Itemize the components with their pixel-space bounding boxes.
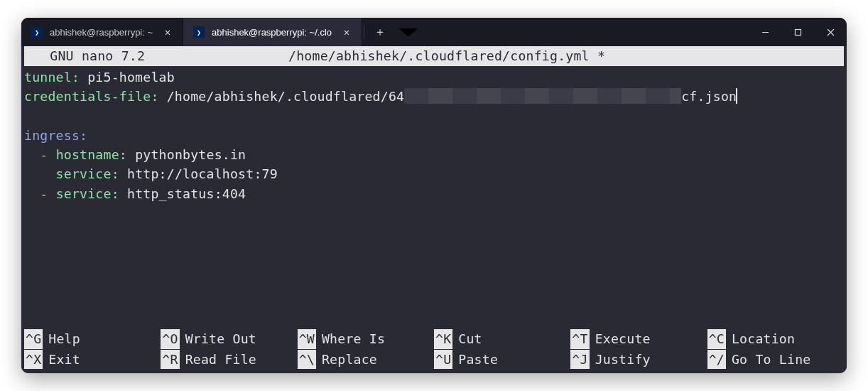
yaml-val-cred-suffix: cf.json [681,89,737,104]
tab-2-close-icon[interactable]: ✕ [339,24,354,40]
minimize-button[interactable] [749,18,781,46]
tab-dropdown-button[interactable] [394,18,423,46]
shortcut-whereis: ^WWhere Is [298,329,434,348]
shortcut-gotoline: ^/Go To Line [707,350,844,369]
yaml-key-credentials: credentials-file [24,89,151,104]
tab-2-label: abhishek@raspberrypi: ~/.clo [212,27,332,38]
nano-shortcut-bar: ^GHelp ^OWrite Out ^WWhere Is ^KCut ^TEx… [24,329,844,369]
redacted-block [404,88,681,104]
window-titlebar: ❯ abhishek@raspberrypi: ~ ✕ ❯ abhishek@r… [21,18,847,46]
maximize-button[interactable] [781,18,814,46]
tab-1-close-icon[interactable]: ✕ [160,24,175,40]
yaml-val-hostname: pythonbytes.in [135,147,246,162]
maximize-icon [794,28,802,36]
chevron-down-icon [394,18,423,46]
close-button[interactable] [814,18,847,46]
titlebar-drag-area[interactable] [423,18,749,46]
close-icon [827,28,835,36]
powershell-icon: ❯ [193,26,205,38]
terminal-viewport[interactable]: GNU nano 7.2 /home/abhishek/.cloudflared… [21,46,847,373]
shortcut-cut: ^KCut [434,329,570,348]
shortcut-writeout: ^OWrite Out [161,329,297,348]
shortcut-help: ^GHelp [24,329,161,348]
yaml-key-hostname: hostname [56,147,119,162]
tab-divider [364,25,364,39]
yaml-key-ingress: ingress [24,128,80,143]
yaml-key-service-1: service [56,166,112,181]
new-tab-button[interactable]: ＋ [366,18,394,46]
shortcut-paste: ^UPaste [434,350,570,369]
minimize-icon [761,28,769,36]
yaml-key-service-2: service [56,186,112,201]
text-cursor [736,88,737,104]
shortcut-exit: ^XExit [24,350,161,369]
yaml-val-service-2: http_status:404 [127,186,246,201]
shortcut-readfile: ^RRead File [161,350,297,369]
tab-1[interactable]: ❯ abhishek@raspberrypi: ~ ✕ [21,18,183,46]
yaml-val-tunnel: pi5-homelab [87,70,175,85]
shortcut-location: ^CLocation [707,329,844,348]
nano-app-title: GNU nano 7.2 [34,46,145,65]
yaml-val-service-1: http://localhost:79 [127,166,278,181]
shortcut-justify: ^JJustify [570,350,707,369]
nano-header-bar: GNU nano 7.2 /home/abhishek/.cloudflared… [24,46,844,66]
shortcut-execute: ^TExecute [570,329,707,348]
tab-strip: ❯ abhishek@raspberrypi: ~ ✕ ❯ abhishek@r… [21,18,362,46]
yaml-val-cred-prefix: /home/abhishek/.cloudflared/64 [167,89,405,104]
shortcut-replace: ^\Replace [298,350,434,369]
powershell-icon: ❯ [31,26,43,38]
tab-2[interactable]: ❯ abhishek@raspberrypi: ~/.clo ✕ [183,18,362,46]
terminal-window: ❯ abhishek@raspberrypi: ~ ✕ ❯ abhishek@r… [21,18,847,373]
svg-rect-0 [795,29,801,35]
nano-file-path: /home/abhishek/.cloudflared/config.yml * [145,46,749,65]
yaml-key-tunnel: tunnel [24,70,72,85]
tab-1-label: abhishek@raspberrypi: ~ [50,27,153,38]
editor-content[interactable]: tunnel: pi5-homelab credentials-file: /h… [21,66,847,203]
